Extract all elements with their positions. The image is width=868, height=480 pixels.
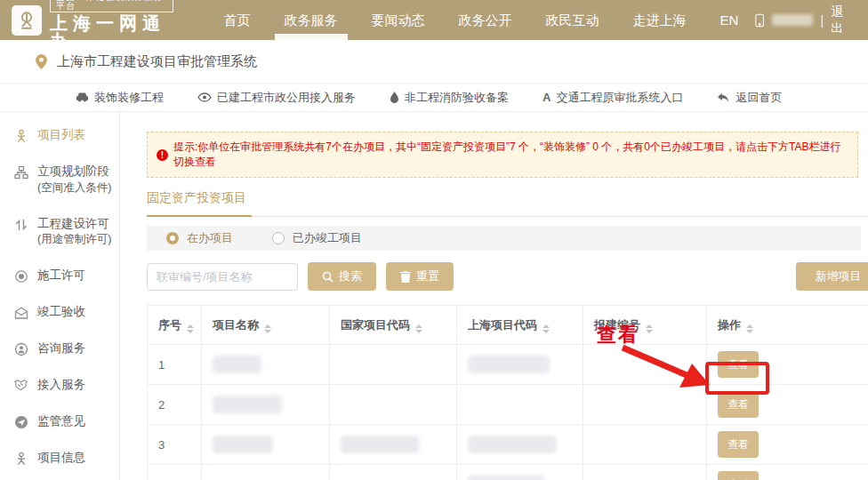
quick-link-label: 装饰装修工程 [94, 90, 164, 106]
sidebar-item-label: 立项规划阶段 [37, 164, 111, 180]
column-header-shanghai-code[interactable]: 上海项目代码 [457, 306, 583, 345]
radio-label: 在办项目 [187, 230, 233, 246]
sidebar-item-label: 咨询服务 [37, 341, 85, 356]
table-row: 2查看 [148, 385, 868, 425]
reset-button-label: 重置 [416, 268, 439, 284]
sidebar-item-label: 监管意见 [37, 414, 85, 429]
handshake-icon [13, 379, 28, 391]
column-label: 序号 [158, 318, 181, 332]
person-icon [13, 452, 28, 466]
quick-link-label: 返回首页 [735, 90, 782, 106]
cell-shanghai-code [457, 425, 583, 465]
quick-link-label: 已建工程市政公用接入服务 [217, 90, 356, 106]
view-button[interactable]: 查看 [718, 431, 759, 458]
hierarchy-icon [13, 165, 28, 180]
nav-item-0[interactable]: 首页 [207, 0, 268, 40]
site-logo[interactable] [12, 5, 42, 36]
sidebar-item-4[interactable]: 竣工验收 [0, 294, 119, 331]
cell-project-name [202, 425, 330, 465]
logout-link[interactable]: 退出 [831, 4, 852, 36]
quick-link-label: 非工程消防验收备案 [405, 90, 509, 106]
sidebar-item-3[interactable]: 施工许可 [0, 258, 119, 294]
sort-icon[interactable] [542, 324, 550, 333]
sort-icon[interactable] [264, 324, 271, 333]
column-header-seq[interactable]: 序号 [148, 306, 202, 345]
sidebar-item-text: 监管意见 [37, 414, 85, 429]
search-button[interactable]: 搜索 [308, 262, 376, 291]
cell-national-code [330, 345, 457, 385]
search-input[interactable] [147, 263, 298, 291]
cell-shanghai-code [457, 385, 583, 425]
column-header-action[interactable]: 操作 [707, 306, 868, 345]
column-label: 国家项目代码 [341, 318, 410, 332]
tab-fixed-asset-projects[interactable]: 固定资产投资项目 [147, 190, 252, 217]
sidebar-item-sublabel: (空间准入条件) [37, 181, 111, 196]
sidebar-item-label: 接入服务 [37, 378, 85, 393]
cell-project-name [202, 465, 330, 480]
nav-item-5[interactable]: 走进上海 [616, 0, 703, 40]
table-row: 1查看 [148, 345, 868, 385]
view-button[interactable]: 查看 [718, 351, 759, 378]
cell-shanghai-code [457, 345, 583, 385]
sidebar-item-8[interactable]: 项目信息 [0, 440, 119, 476]
back-arrow-icon [717, 92, 730, 103]
quick-link[interactable]: A交通工程原审批系统入口 [542, 90, 683, 106]
sidebar-item-text: 竣工验收 [37, 305, 85, 320]
table-row: 4查看 [148, 465, 868, 480]
cell-filing-no [583, 385, 707, 425]
add-project-label: 新增项目 [816, 268, 862, 284]
radio-completed-projects[interactable]: 已办竣工项目 [272, 230, 362, 246]
person-icon [13, 129, 28, 143]
nav-item-1[interactable]: 政务服务 [268, 0, 355, 40]
radio-unselected-icon [272, 232, 285, 244]
logo-icon [16, 10, 37, 31]
cell-action: 查看 [707, 465, 868, 480]
cell-seq: 2 [148, 385, 202, 425]
sidebar-item-5[interactable]: 咨询服务 [0, 331, 119, 367]
platform-badge: 全国一体化在线政务服务平台 [50, 0, 173, 12]
quick-link[interactable]: 装饰装修工程 [76, 90, 164, 106]
quick-link-label: 交通工程原审批系统入口 [556, 90, 683, 106]
quick-links-toolbar: 装饰装修工程已建工程市政公用接入服务非工程消防验收备案A交通工程原审批系统入口返… [0, 83, 868, 112]
cell-national-code [330, 465, 457, 480]
reset-button[interactable]: 重置 [386, 262, 454, 291]
separator: | [820, 13, 824, 28]
sort-icon[interactable] [415, 324, 422, 333]
car-icon [76, 92, 89, 103]
view-button[interactable]: 查看 [718, 391, 759, 418]
nav-item-4[interactable]: 政民互动 [529, 0, 616, 40]
table-row: 3查看 [148, 425, 868, 465]
top-right-group: | 退出 [755, 4, 852, 36]
redacted-text [213, 436, 273, 453]
column-label: 项目名称 [213, 318, 259, 332]
sort-icon[interactable] [187, 324, 194, 333]
table-body: 1查看2查看3查看4查看 [148, 345, 868, 480]
nav-item-6[interactable]: EN [703, 0, 756, 40]
radio-target-icon [13, 269, 28, 284]
sort-icon[interactable] [746, 324, 753, 333]
sidebar-item-1[interactable]: 立项规划阶段(空间准入条件) [0, 154, 119, 206]
sidebar-item-0[interactable]: 项目列表 [0, 117, 119, 154]
cell-project-name [202, 385, 330, 425]
nav-item-3[interactable]: 政务公开 [442, 0, 529, 40]
send-icon [13, 415, 28, 429]
column-header-national-code[interactable]: 国家项目代码 [330, 306, 457, 345]
sort-icon[interactable] [646, 324, 653, 333]
brand-block: 全国一体化在线政务服务平台 上海一网通办 [50, 0, 173, 50]
redacted-text [341, 436, 419, 453]
sidebar-item-7[interactable]: 监管意见 [0, 404, 119, 440]
sidebar-item-6[interactable]: 接入服务 [0, 367, 119, 404]
redacted-text [213, 396, 282, 413]
nav-item-2[interactable]: 要闻动态 [355, 0, 442, 40]
sidebar-item-label: 项目信息 [37, 451, 85, 466]
sidebar-item-label: 施工许可 [37, 268, 85, 284]
quick-link[interactable]: 非工程消防验收备案 [390, 90, 509, 106]
column-header-filing-no[interactable]: 报建编号 [583, 306, 707, 345]
quick-link[interactable]: 已建工程市政公用接入服务 [197, 90, 356, 106]
column-header-project-name[interactable]: 项目名称 [202, 306, 330, 345]
radio-ongoing-projects[interactable]: 在办项目 [166, 230, 233, 246]
sidebar-item-2[interactable]: 工程建设许可(用途管制许可) [0, 206, 119, 259]
view-button[interactable]: 查看 [718, 471, 759, 480]
quick-link[interactable]: 返回首页 [717, 90, 782, 106]
add-project-button[interactable]: 新增项目 [796, 262, 868, 291]
